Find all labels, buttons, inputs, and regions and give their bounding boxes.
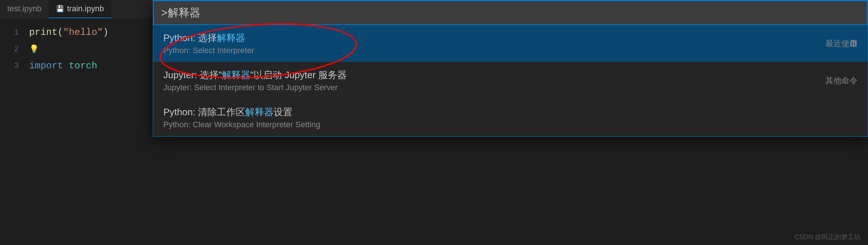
code-line-2: 2 💡 (7, 41, 153, 57)
line-number-1: 1 (7, 28, 19, 37)
tab-train[interactable]: 💾 train.ipynb (49, 0, 111, 18)
code-area: 1 print("hello") 2 💡 3 import torch (0, 18, 153, 80)
palette-item-1-primary: Jupyter: 选择"解释器"以启动 Jupyter 服务器 (163, 69, 857, 81)
palette-item-1-secondary: Jupyter: Select Interpreter to Start Jup… (163, 83, 857, 92)
palette-input-row[interactable] (153, 0, 868, 25)
palette-item-2-suffix: 设置 (274, 107, 292, 117)
line-number-3: 3 (7, 61, 19, 71)
code-line-3: 3 import torch (7, 57, 153, 74)
palette-item-1-highlight: 解释器 (222, 69, 250, 80)
palette-item-0-highlight: 解释器 (217, 32, 245, 43)
lightbulb-icon: 💡 (29, 44, 39, 54)
torch-module: torch (69, 60, 97, 71)
code-line-3-content: import torch (29, 60, 97, 71)
palette-item-2-secondary: Python: Clear Workspace Interpreter Sett… (163, 120, 857, 129)
watermark: CSDN @阿正的梦工坊 (795, 233, 861, 241)
palette-item-1-badge: 其他命令 (825, 75, 857, 86)
palette-results: Python: 选择解释器 Python: Select Interpreter… (153, 25, 868, 136)
palette-container: Python: 选择解释器 Python: Select Interpreter… (153, 0, 868, 137)
save-icon: 💾 (56, 5, 64, 13)
tabs-bar: test.ipynb 💾 train.ipynb (0, 0, 153, 18)
tab-test-label: test.ipynb (7, 4, 41, 13)
tab-test[interactable]: test.ipynb (0, 0, 49, 18)
command-palette: Python: 选择解释器 Python: Select Interpreter… (153, 0, 868, 245)
paren-open: ( (57, 27, 63, 38)
tab-train-label: train.ipynb (67, 4, 104, 13)
line-number-2: 2 (7, 45, 19, 54)
palette-item-0-secondary: Python: Select Interpreter (163, 46, 857, 55)
palette-input[interactable] (161, 7, 860, 19)
palette-item-0-primary: Python: 选择解释器 (163, 32, 857, 44)
palette-item-1-prefix: Jupyter: 选择" (163, 69, 222, 80)
palette-item-2-prefix: Python: 清除工作区 (163, 107, 245, 117)
gear-icon[interactable]: ⚙ (849, 38, 857, 49)
string-arg: "hello" (63, 27, 103, 38)
print-keyword: print (29, 27, 57, 38)
palette-item-2-primary: Python: 清除工作区解释器设置 (163, 106, 857, 119)
space (63, 60, 69, 71)
palette-item-1-suffix: "以启动 Jupyter 服务器 (250, 69, 347, 80)
editor-area: test.ipynb 💾 train.ipynb 1 print("hello"… (0, 0, 153, 245)
palette-item-0-prefix: Python: 选择 (163, 32, 217, 43)
palette-item-2-highlight: 解释器 (245, 107, 274, 117)
import-keyword: import (29, 60, 63, 71)
palette-item-2[interactable]: Python: 清除工作区解释器设置 Python: Clear Workspa… (153, 99, 868, 136)
paren-close: ) (103, 27, 109, 38)
code-line-1-content: print("hello") (29, 27, 108, 38)
palette-item-0[interactable]: Python: 选择解释器 Python: Select Interpreter… (153, 25, 868, 62)
palette-item-1[interactable]: Jupyter: 选择"解释器"以启动 Jupyter 服务器 Jupyter:… (153, 62, 868, 99)
code-line-1: 1 print("hello") (7, 24, 153, 41)
